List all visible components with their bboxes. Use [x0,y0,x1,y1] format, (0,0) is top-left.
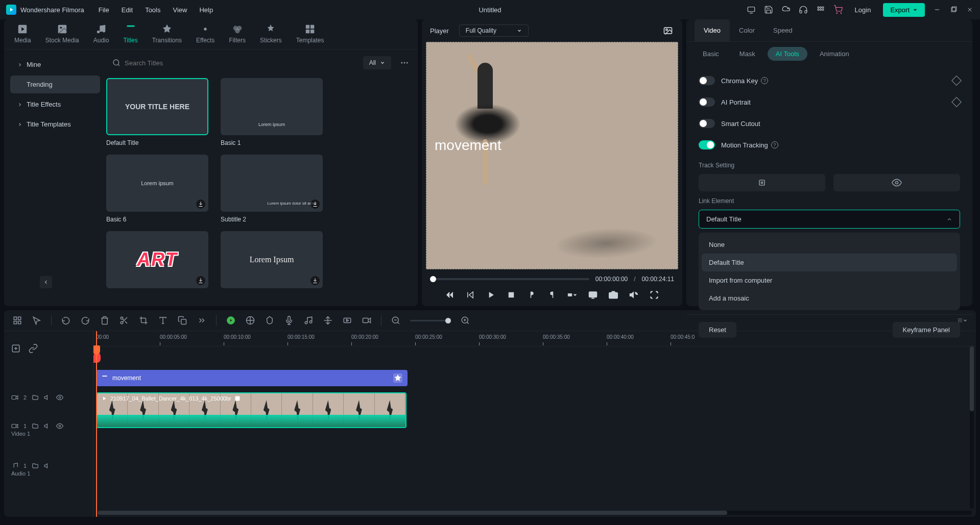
mute-icon[interactable] [44,422,51,430]
title-tile-basic1[interactable]: Lorem ipsum Basic 1 [221,78,323,146]
timeline-tracks[interactable]: 00:00 00:00:05:00 00:00:10:00 00:00:15:0… [93,331,976,517]
cart-icon[interactable] [833,5,843,14]
keyframe-icon[interactable] [951,97,962,107]
visibility-icon[interactable] [56,394,63,401]
hscroll-thumb[interactable] [98,511,727,515]
title-tile-default[interactable]: YOUR TITLE HERE Default Title [106,78,208,146]
title-tile-subtitle2[interactable]: Lorem ipsum dolor sit amet Subtitle 2 [221,155,323,223]
playhead[interactable] [96,331,97,517]
search-box[interactable] [106,56,357,70]
step-back-button[interactable] [465,290,475,300]
title-clip[interactable]: movement [96,370,408,386]
subtab-mask[interactable]: Mask [731,47,763,61]
record-tool[interactable] [362,315,372,326]
more-tools-button[interactable] [197,315,207,326]
timeline-hscroll[interactable] [98,511,972,515]
mark-in-button[interactable] [527,290,537,300]
clip-fx-icon[interactable] [393,373,402,383]
link-icon[interactable] [29,344,38,353]
sidebar-item-mine[interactable]: Mine [10,56,100,73]
download-icon[interactable] [310,276,320,285]
menu-view[interactable]: View [173,6,187,14]
speed-tool[interactable] [342,315,352,326]
marker-tool[interactable] [265,315,275,326]
select-tool[interactable] [32,315,42,326]
tab-stock-media[interactable]: Stock Media [45,23,79,49]
help-icon[interactable]: ? [771,141,778,148]
title-tile-art[interactable]: ART [106,231,208,288]
zoom-out-button[interactable] [391,315,401,326]
menu-tools[interactable]: Tools [145,6,160,14]
sidebar-item-title-templates[interactable]: Title Templates [10,115,100,133]
snap-tool[interactable] [323,315,333,326]
tab-video[interactable]: Video [695,19,730,41]
download-icon[interactable] [196,199,205,209]
mark-out-button[interactable] [547,290,557,300]
keyframe-icon[interactable] [951,76,962,86]
login-button[interactable]: Login [851,4,875,16]
device-icon[interactable] [747,5,756,14]
prev-frame-button[interactable] [445,290,455,300]
close-button[interactable] [966,6,974,14]
option-import[interactable]: Import from computer [702,271,957,289]
camera-button[interactable] [608,290,618,300]
voice-tool[interactable] [284,315,294,326]
help-icon[interactable]: ? [761,77,768,84]
snapshot-button[interactable] [662,24,674,37]
search-input[interactable] [125,59,351,67]
copy-button[interactable] [177,315,187,326]
download-icon[interactable] [196,276,205,285]
folder-icon[interactable] [32,462,39,469]
mute-icon[interactable] [44,462,51,469]
maximize-button[interactable] [949,6,958,14]
display-button[interactable] [588,290,598,300]
track-preview-box[interactable] [833,174,960,191]
tab-templates[interactable]: Templates [296,23,324,49]
redo-button[interactable] [80,315,90,326]
text-button[interactable] [158,315,168,326]
zoom-in-button[interactable] [460,315,470,326]
option-mosaic[interactable]: Add a mosaic [702,289,957,307]
marker-lane[interactable] [93,346,976,366]
scrub-bar[interactable] [430,278,589,280]
sidebar-item-trending[interactable]: Trending [10,76,100,93]
clip-fx-icon[interactable] [234,395,241,402]
render-button[interactable] [226,315,236,326]
zoom-slider[interactable] [410,320,451,321]
headphones-icon[interactable] [799,5,808,14]
filter-dropdown[interactable]: All [363,56,391,69]
cloud-icon[interactable] [781,5,791,14]
stop-button[interactable] [506,290,516,300]
track-target-box[interactable] [699,174,825,191]
timeline-vscroll[interactable] [970,346,974,509]
subtab-basic[interactable]: Basic [695,47,727,61]
volume-button[interactable] [629,290,639,300]
add-track-icon[interactable] [11,344,20,353]
crop-button[interactable] [138,315,149,326]
option-none[interactable]: None [702,236,957,254]
tab-transitions[interactable]: Transitions [152,23,182,49]
mute-icon[interactable] [44,394,51,401]
video-clip[interactable]: 210917_04_Ballet_Dancer_4k_013_4k_25000b… [96,392,407,428]
tab-color[interactable]: Color [730,19,764,41]
tab-effects[interactable]: Effects [196,23,214,49]
menu-edit[interactable]: Edit [122,6,133,14]
export-button[interactable]: Export [883,3,925,17]
music-tool[interactable] [303,315,314,326]
delete-button[interactable] [100,315,110,326]
subtab-ai-tools[interactable]: AI Tools [768,47,807,61]
quality-dropdown[interactable]: Full Quality [459,24,529,37]
tab-stickers[interactable]: Stickers [260,23,282,49]
split-button[interactable] [119,315,129,326]
color-tool[interactable] [245,315,255,326]
menu-file[interactable]: File [99,6,109,14]
tab-media[interactable]: Media [14,23,31,49]
visibility-icon[interactable] [56,422,63,430]
preview-viewport[interactable]: movement [426,42,678,269]
title-tile-basic6[interactable]: Lorem ipsum Basic 6 [106,155,208,223]
timeline-ruler[interactable]: 00:00 00:00:05:00 00:00:10:00 00:00:15:0… [93,331,976,346]
folder-icon[interactable] [32,422,39,430]
option-default-title[interactable]: Default Title [702,254,957,271]
smart-cutout-toggle[interactable] [699,119,715,128]
play-button[interactable] [486,290,496,300]
